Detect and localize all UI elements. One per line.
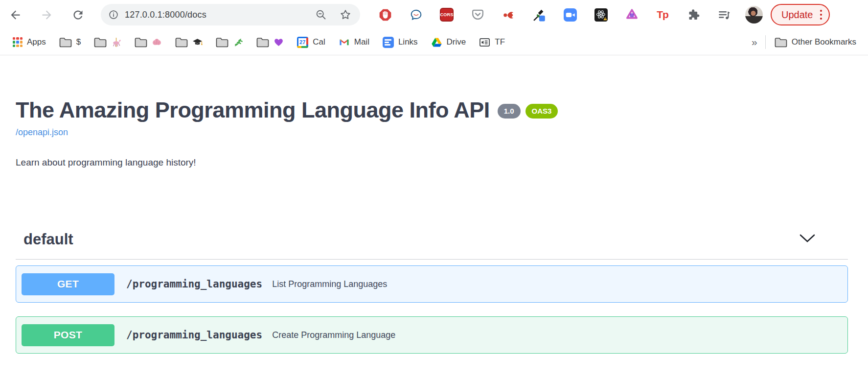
back-icon [9, 8, 22, 22]
chat-bubble-icon [410, 8, 423, 22]
bookmark-apps[interactable]: Apps [13, 37, 46, 47]
react-devtools-extension[interactable] [594, 7, 608, 22]
folder-icon [216, 37, 228, 48]
folder-icon [256, 37, 269, 48]
swagger-page: The Amazing Programming Language Info AP… [0, 97, 868, 354]
share-extension[interactable] [501, 7, 516, 22]
pocket-extension[interactable] [470, 7, 485, 22]
bookmark-star-icon[interactable] [340, 9, 351, 21]
apps-grid-icon [13, 37, 23, 47]
purple-heart-emoji [274, 37, 284, 48]
playlist-extension[interactable] [717, 7, 731, 22]
bookmarks-bar: Apps $ [0, 29, 868, 55]
tp-icon: Tp [657, 9, 668, 21]
tp-extension[interactable]: Tp [655, 7, 670, 22]
browser-toolbar: 127.0.0.1:8000/docs [0, 0, 868, 29]
endpoint-path: /programming_languages [126, 329, 262, 341]
section-default-header[interactable]: default [16, 231, 848, 260]
colorzilla-extension[interactable] [532, 7, 547, 22]
bookmark-calendar[interactable]: 27 Cal [297, 37, 325, 48]
bookmark-folder-purple-heart[interactable] [256, 37, 284, 48]
profile-avatar[interactable] [745, 6, 763, 24]
bookmarks-divider [765, 35, 766, 49]
other-bookmarks[interactable]: Other Bookmarks [775, 37, 856, 48]
adblock-extension[interactable] [378, 7, 392, 22]
endpoint-path: /programming_languages [126, 278, 262, 290]
forward-icon [40, 8, 53, 22]
oas3-badge: OAS3 [525, 104, 558, 119]
cors-extension[interactable]: CORS [439, 7, 454, 22]
site-info-icon[interactable] [108, 9, 119, 20]
api-description: Learn about programming language history… [16, 157, 848, 168]
update-button[interactable]: Update [771, 4, 830, 25]
forward-button[interactable] [38, 6, 55, 23]
herb-emoji [233, 37, 243, 48]
folder-icon [175, 37, 188, 48]
reload-icon [71, 8, 85, 22]
zoom-extension[interactable] [563, 7, 577, 22]
carousel-horse-emoji [111, 37, 121, 48]
folder-icon [59, 37, 72, 48]
zoom-camera-icon [564, 8, 577, 22]
chevron-down-icon[interactable] [799, 234, 816, 245]
react-devtools-icon [594, 8, 608, 22]
reload-button[interactable] [69, 6, 86, 23]
cors-icon: CORS [440, 8, 454, 22]
bookmark-tf[interactable]: TF [479, 37, 505, 48]
endpoint-summary: List Programming Languages [272, 279, 387, 289]
colorzilla-eyedropper-icon [533, 8, 546, 22]
endpoint-row-get-programming-languages[interactable]: GET /programming_languages List Programm… [16, 265, 848, 303]
graduation-cap-emoji [192, 37, 203, 48]
folder-icon [135, 37, 147, 48]
folder-icon [94, 37, 107, 48]
address-bar[interactable]: 127.0.0.1:8000/docs [101, 4, 360, 25]
bookmark-folder-brain[interactable] [135, 37, 162, 48]
google-drive-icon [431, 37, 442, 48]
bookmarks-overflow-chevron[interactable]: » [744, 36, 765, 48]
pocket-icon [471, 8, 484, 22]
adblock-hand-icon [379, 8, 392, 22]
openapi-json-link[interactable]: /openapi.json [16, 127, 68, 138]
extensions-puzzle-icon [687, 8, 700, 22]
endpoint-row-post-programming-languages[interactable]: POST /programming_languages Create Progr… [16, 316, 848, 354]
back-button[interactable] [7, 6, 23, 23]
blue-list-icon [383, 37, 394, 48]
bookmark-links[interactable]: Links [383, 37, 418, 48]
bookmark-folder-herb[interactable] [216, 37, 243, 48]
extensions-menu[interactable] [686, 7, 701, 22]
recycle-extension[interactable] [624, 7, 639, 22]
zoom-out-icon[interactable] [315, 9, 327, 21]
recycle-icon [625, 8, 639, 22]
browser-menu-kebab-icon[interactable] [820, 10, 822, 20]
red-share-icon [502, 8, 515, 22]
brain-emoji [152, 37, 162, 48]
extensions-row: CORS [378, 7, 731, 22]
get-method-button[interactable]: GET [22, 273, 114, 295]
version-badge: 1.0 [498, 104, 521, 119]
bookmark-folder-graduation[interactable] [175, 37, 203, 48]
chat-extension[interactable] [409, 7, 423, 22]
folder-icon [775, 37, 787, 48]
bookmark-gmail[interactable]: Mail [339, 37, 369, 48]
section-title: default [23, 231, 73, 248]
bookmark-folder-carousel-horse[interactable] [94, 37, 121, 48]
gmail-icon [339, 37, 350, 48]
playlist-icon [718, 8, 731, 22]
url-text: 127.0.0.1:8000/docs [125, 10, 206, 20]
google-calendar-icon: 27 [297, 37, 308, 48]
doc-speaker-icon [479, 37, 490, 48]
bookmark-folder-finance[interactable]: $ [59, 37, 81, 48]
endpoint-summary: Create Programming Language [272, 330, 395, 340]
page-title: The Amazing Programming Language Info AP… [16, 97, 490, 123]
post-method-button[interactable]: POST [22, 324, 114, 346]
bookmark-drive[interactable]: Drive [431, 37, 466, 48]
